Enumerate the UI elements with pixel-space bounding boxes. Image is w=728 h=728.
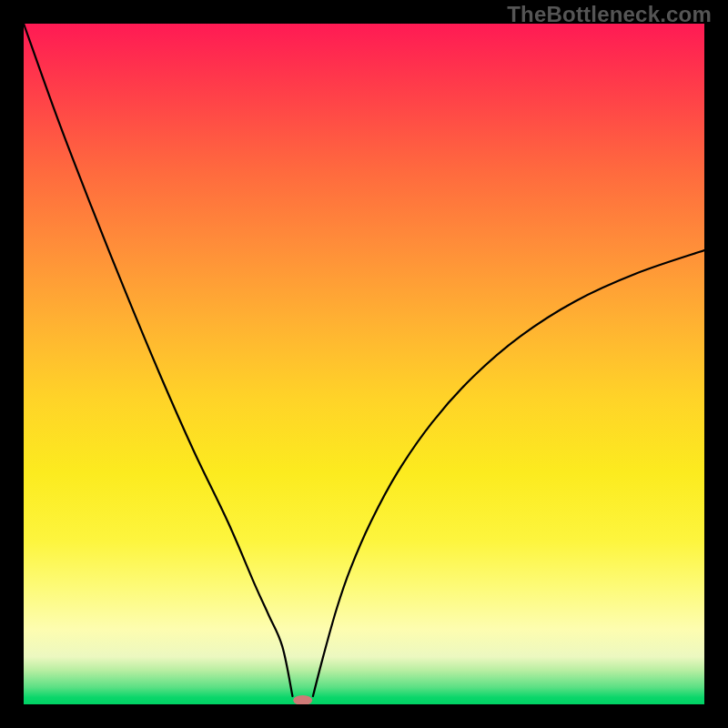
curve-right-branch (313, 250, 704, 696)
curve-left-branch (24, 24, 292, 696)
plot-area (24, 24, 704, 704)
curve-layer (24, 24, 704, 704)
chart-frame: TheBottleneck.com (0, 0, 728, 728)
minimum-marker (293, 695, 312, 704)
